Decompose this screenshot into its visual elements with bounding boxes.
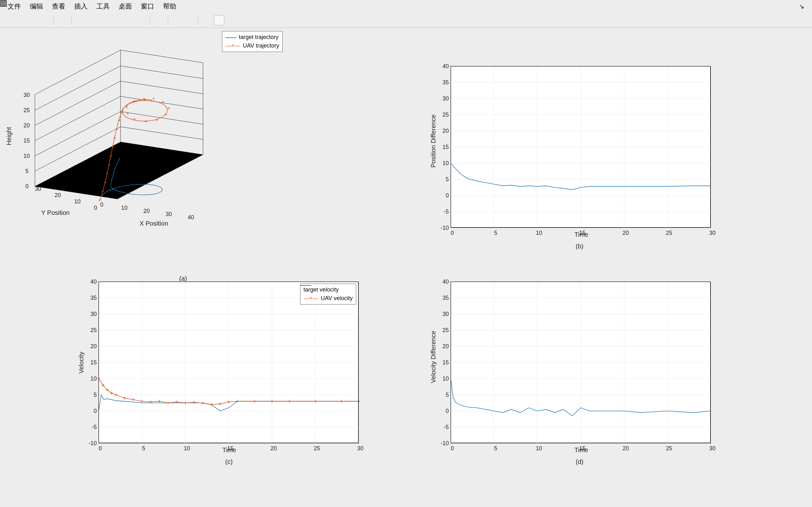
- pan-icon[interactable]: [100, 15, 110, 25]
- menu-view[interactable]: 查看: [48, 1, 70, 11]
- tick: -10: [438, 440, 449, 447]
- subplot-b[interactable]: Time Position Difference 051015202530-10…: [450, 66, 711, 228]
- tick: 30: [356, 445, 365, 452]
- tick: 0: [438, 192, 449, 199]
- svg-line-39: [35, 96, 120, 141]
- open-icon[interactable]: [15, 15, 26, 25]
- chart-b-svg: [451, 66, 711, 228]
- brush-icon[interactable]: ▾: [136, 15, 146, 25]
- pointer-icon[interactable]: [57, 15, 67, 25]
- svg-text:+: +: [125, 105, 128, 110]
- tick: 5: [26, 168, 29, 175]
- svg-text:+: +: [152, 96, 155, 101]
- save-icon[interactable]: [27, 15, 38, 25]
- dock-arrow-icon[interactable]: ↘: [795, 2, 809, 11]
- svg-text:+: +: [112, 144, 114, 149]
- tick: 20: [621, 445, 630, 452]
- legend-item: UAV trajectory: [243, 42, 280, 50]
- ylabel: Position Difference: [430, 115, 437, 168]
- tick: 5: [85, 392, 97, 398]
- tick: 30: [23, 92, 30, 99]
- tick: 30: [438, 95, 449, 102]
- menu-insert[interactable]: 插入: [70, 1, 92, 11]
- svg-text:+: +: [133, 98, 136, 103]
- menu-desktop[interactable]: 桌面: [114, 1, 136, 11]
- svg-text:+: +: [108, 162, 110, 167]
- tick: 20: [85, 343, 97, 350]
- svg-text:+: +: [106, 171, 108, 176]
- tick: 0: [100, 202, 103, 208]
- tick: -10: [438, 225, 449, 231]
- tick: -10: [85, 440, 97, 447]
- figure-area: +++ +++ +++ +++ +++ +++ +++ ++ 0 5 10 15…: [0, 28, 812, 507]
- svg-text:+: +: [118, 118, 120, 123]
- rotate3d-icon[interactable]: [112, 15, 122, 25]
- tick: 25: [23, 107, 30, 114]
- zlabel: Height: [5, 127, 13, 146]
- stop-icon[interactable]: [202, 15, 212, 25]
- zoom-in-icon[interactable]: [75, 15, 86, 25]
- tick: 15: [23, 137, 30, 144]
- svg-text:+: +: [120, 109, 123, 114]
- svg-text:+: +: [162, 99, 164, 104]
- legend-item: target trajectory: [239, 33, 278, 42]
- tick: 5: [438, 176, 449, 183]
- menu-tools[interactable]: 工具: [92, 1, 114, 11]
- tick: 20: [143, 208, 150, 215]
- toolbar-separator: [150, 16, 150, 25]
- subplot-d[interactable]: Time Velocity Difference 051015202530-10…: [450, 281, 711, 443]
- tick: 15: [438, 144, 449, 151]
- new-icon[interactable]: [3, 15, 13, 25]
- tick: 25: [85, 327, 97, 334]
- tick: 25: [664, 445, 674, 452]
- toolbar: ▾: [0, 13, 812, 28]
- svg-line-43: [35, 66, 120, 110]
- tick: 10: [121, 205, 128, 211]
- tick: 30: [438, 311, 449, 318]
- tick: 25: [438, 112, 449, 118]
- tick: 0: [94, 205, 97, 211]
- insert-legend-icon[interactable]: [184, 15, 194, 25]
- svg-text:+: +: [155, 117, 158, 122]
- tick: 15: [85, 359, 97, 366]
- svg-text:+: +: [101, 188, 104, 193]
- tick: 30: [35, 186, 41, 192]
- chart-d-svg: [451, 282, 711, 443]
- print-icon[interactable]: [39, 15, 49, 25]
- svg-text:+: +: [133, 116, 136, 121]
- tick: 35: [85, 295, 97, 301]
- tick: 30: [85, 311, 97, 318]
- tick: 15: [577, 445, 587, 452]
- tick: 10: [438, 376, 449, 382]
- menu-help[interactable]: 帮助: [159, 1, 181, 11]
- tick: 10: [438, 160, 449, 167]
- tick: 15: [438, 359, 449, 366]
- tick: 0: [448, 230, 457, 236]
- legend-a: target trajectory —+—UAV trajectory: [222, 31, 283, 52]
- tick: 5: [491, 445, 501, 452]
- svg-text:+: +: [164, 112, 167, 117]
- tick: 15: [577, 230, 587, 236]
- svg-text:+: +: [110, 153, 112, 158]
- toolbar-separator: [168, 16, 168, 25]
- tick: 10: [534, 445, 544, 452]
- insert-colorbar-icon[interactable]: [154, 15, 164, 25]
- tick: 10: [74, 199, 81, 205]
- tick: 0: [26, 183, 29, 190]
- tick: 20: [621, 230, 630, 236]
- menu-edit[interactable]: 编辑: [26, 1, 48, 11]
- data-cursor-icon[interactable]: [124, 15, 134, 25]
- hide-tools-icon[interactable]: [214, 15, 224, 25]
- svg-line-34: [120, 127, 203, 139]
- zoom-out-icon[interactable]: [88, 15, 98, 25]
- tick: 35: [438, 295, 449, 301]
- toolbar-separator: [198, 16, 198, 25]
- subplot-c[interactable]: Time Velocity target velocity —+—UAV vel…: [98, 281, 358, 443]
- tick: -5: [85, 424, 97, 431]
- subplot-a[interactable]: +++ +++ +++ +++ +++ +++ +++ ++ 0 5 10 15…: [0, 28, 266, 205]
- link-axes-icon[interactable]: [172, 15, 182, 25]
- menu-window[interactable]: 窗口: [136, 1, 159, 11]
- tick: 40: [188, 214, 194, 221]
- tick: -5: [438, 209, 449, 215]
- svg-line-42: [120, 66, 203, 78]
